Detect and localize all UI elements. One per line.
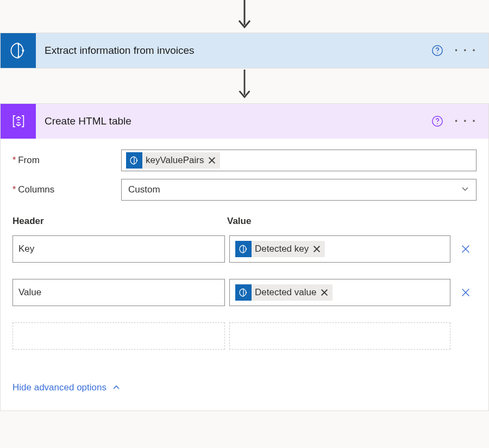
header-cell-input[interactable]: Key — [12, 235, 225, 263]
advanced-options-label: Hide advanced options — [12, 382, 106, 393]
action-card-extract-invoices[interactable]: Extract information from invoices · · · — [0, 33, 489, 69]
token-label: Detected key — [255, 244, 311, 254]
connector-arrow-top — [0, 0, 489, 33]
svg-point-1 — [22, 49, 24, 52]
svg-point-2 — [17, 43, 19, 45]
value-cell-input[interactable]: Detected value — [229, 279, 450, 306]
ai-builder-icon — [126, 152, 142, 169]
header-cell-input[interactable]: Value — [12, 279, 225, 306]
svg-point-17 — [246, 292, 247, 294]
delete-row-button[interactable] — [455, 235, 477, 263]
svg-point-5 — [437, 53, 438, 53]
ai-builder-icon — [1, 33, 36, 68]
ai-builder-icon — [235, 284, 252, 301]
svg-point-3 — [17, 55, 19, 57]
token-remove-icon[interactable] — [206, 155, 218, 165]
card-title: Create HTML table — [36, 115, 431, 127]
hide-advanced-options-link[interactable]: Hide advanced options — [12, 382, 121, 393]
columns-row: *Columns Custom — [12, 179, 477, 201]
columns-value: Custom — [128, 184, 160, 195]
value-column-label: Value — [227, 216, 477, 227]
token-remove-icon[interactable] — [311, 244, 323, 254]
columns-mapping-section: Header Value Key Detected key — [12, 216, 477, 350]
token-detected-key[interactable]: Detected key — [235, 241, 325, 257]
card-body: *From keyValuePairs — [1, 139, 488, 410]
help-icon[interactable] — [431, 45, 443, 57]
value-cell-input[interactable]: Detected key — [229, 235, 450, 263]
chevron-up-icon — [112, 383, 121, 392]
column-mapping-row-empty — [12, 322, 477, 350]
from-field[interactable]: keyValuePairs — [121, 150, 477, 171]
card-header[interactable]: Create HTML table · · · — [1, 104, 488, 139]
value-cell-input[interactable] — [229, 322, 450, 350]
header-column-label: Header — [12, 216, 227, 227]
columns-label: *Columns — [12, 184, 121, 195]
connector-arrow-mid — [0, 69, 489, 103]
token-detected-value[interactable]: Detected value — [235, 284, 333, 301]
svg-point-8 — [437, 123, 438, 124]
card-header[interactable]: Extract information from invoices · · · — [1, 33, 488, 68]
from-label: *From — [12, 155, 121, 166]
column-mapping-row: Value Detected value — [12, 279, 477, 306]
token-remove-icon[interactable] — [318, 288, 330, 297]
token-keyvaluepairs[interactable]: keyValuePairs — [126, 152, 220, 169]
more-menu-icon[interactable]: · · · — [454, 43, 477, 58]
header-cell-input[interactable] — [12, 322, 225, 350]
action-card-create-html-table: Create HTML table · · · *From — [0, 103, 489, 411]
svg-point-9 — [136, 160, 138, 161]
column-mapping-row: Key Detected key — [12, 235, 477, 263]
token-label: Detected value — [255, 287, 318, 298]
more-menu-icon[interactable]: · · · — [454, 114, 477, 128]
help-icon[interactable] — [431, 115, 443, 127]
card-title: Extract information from invoices — [36, 45, 431, 57]
from-row: *From keyValuePairs — [12, 150, 477, 171]
svg-point-12 — [246, 248, 247, 250]
token-label: keyValuePairs — [146, 155, 206, 166]
data-operations-icon — [1, 104, 36, 139]
columns-select[interactable]: Custom — [121, 179, 477, 201]
delete-row-button[interactable] — [455, 279, 477, 306]
columns-headers: Header Value — [12, 216, 477, 227]
chevron-down-icon — [461, 184, 469, 196]
ai-builder-icon — [235, 241, 252, 257]
